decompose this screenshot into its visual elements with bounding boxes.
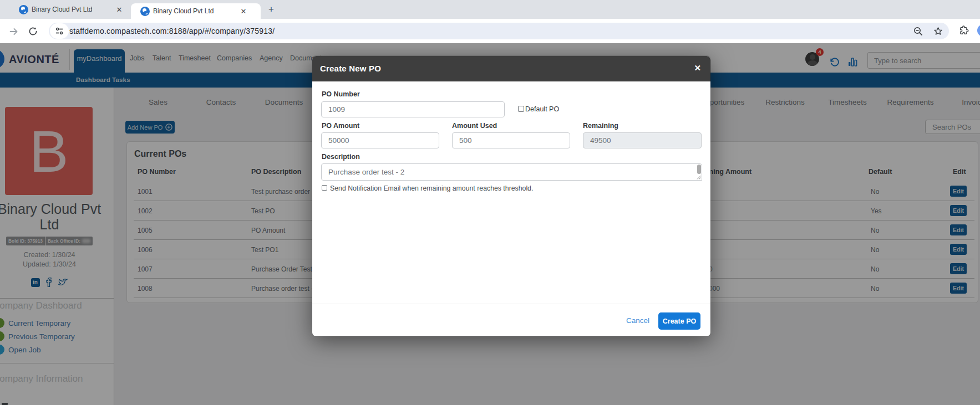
browser-profile-avatar[interactable]	[977, 24, 980, 37]
browser-tab-2[interactable]: Binary Cloud Pvt Ltd ✕	[131, 3, 261, 19]
create-po-modal: Create New PO ✕ PO Number Default PO PO …	[312, 56, 710, 336]
amount-used-input[interactable]	[452, 132, 570, 148]
extensions-icon[interactable]	[959, 25, 969, 35]
tab-title: Binary Cloud Pvt Ltd	[153, 7, 239, 15]
new-tab-button[interactable]: +	[266, 4, 276, 14]
zoom-icon[interactable]	[913, 26, 923, 37]
po-amount-input[interactable]	[321, 132, 439, 148]
po-number-input[interactable]	[321, 101, 505, 117]
cancel-button[interactable]: Cancel	[626, 316, 649, 325]
remaining-input	[583, 132, 702, 148]
description-label: Description	[322, 153, 360, 161]
send-notification-checkbox[interactable]	[322, 185, 327, 191]
send-notification-label: Send Notification Email when remaining a…	[330, 184, 533, 192]
po-amount-label: PO Amount	[322, 122, 359, 130]
description-textarea[interactable]: Purchase order test - 2	[321, 163, 702, 181]
bookmark-star-icon[interactable]	[933, 26, 943, 37]
tab-title: Binary Cloud Pvt Ltd	[32, 6, 115, 13]
default-po-checkbox[interactable]	[518, 106, 524, 112]
browser-chrome: Binary Cloud Pvt Ltd ✕ Binary Cloud Pvt …	[0, 0, 980, 43]
modal-title: Create New PO	[320, 64, 381, 73]
tab-close-icon[interactable]: ✕	[239, 7, 248, 16]
create-po-button[interactable]: Create PO	[658, 312, 700, 330]
modal-footer-divider	[312, 304, 710, 304]
amount-used-label: Amount Used	[452, 122, 497, 130]
modal-header: Create New PO ✕	[312, 56, 710, 81]
forward-icon[interactable]	[8, 25, 20, 38]
favicon-icon	[19, 5, 28, 14]
app-page: AVIONTÉ myDashboard JobsTalentTimesheetC…	[0, 43, 980, 405]
browser-tab-1[interactable]: Binary Cloud Pvt Ltd ✕	[0, 0, 129, 19]
resize-grip-icon[interactable]	[697, 175, 701, 180]
browser-tab-strip: Binary Cloud Pvt Ltd ✕ Binary Cloud Pvt …	[0, 0, 980, 19]
reload-icon[interactable]	[27, 25, 39, 37]
tab-close-icon[interactable]: ✕	[115, 5, 124, 14]
modal-close-icon[interactable]: ✕	[694, 63, 701, 73]
screen: Binary Cloud Pvt Ltd ✕ Binary Cloud Pvt …	[0, 0, 980, 405]
po-number-label: PO Number	[322, 90, 360, 98]
description-value: Purchase order test - 2	[328, 168, 404, 176]
browser-toolbar: staffdemo.compastech.com:8188/app/#/comp…	[0, 19, 980, 43]
remaining-label: Remaining	[583, 122, 618, 130]
favicon-icon	[140, 7, 150, 16]
address-bar[interactable]: staffdemo.compastech.com:8188/app/#/comp…	[49, 23, 949, 39]
default-po-label: Default PO	[525, 105, 559, 113]
tune-icon	[55, 27, 64, 35]
url-text[interactable]: staffdemo.compastech.com:8188/app/#/comp…	[69, 27, 275, 35]
textarea-scrollbar[interactable]	[697, 165, 701, 174]
site-info-chip[interactable]	[50, 23, 69, 39]
